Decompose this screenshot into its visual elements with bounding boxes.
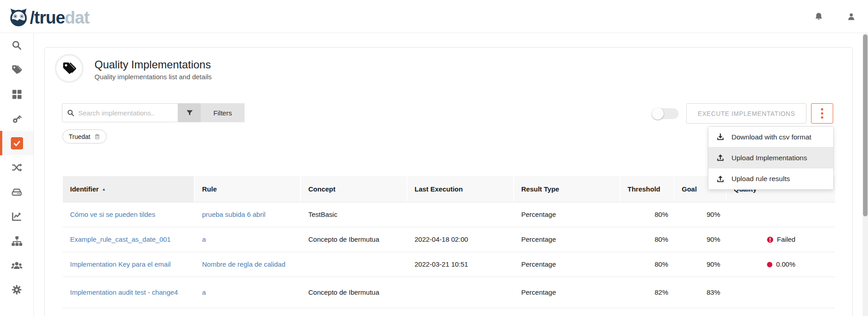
truedat-logo[interactable]: /truedat: [8, 6, 89, 29]
owl-logo-icon: [8, 6, 29, 29]
search-icon: [11, 40, 22, 51]
sidebar-item-sources[interactable]: [0, 180, 33, 204]
column-header-identifier[interactable]: Identifier ▲: [63, 176, 195, 202]
search-toolbar: Filters: [62, 103, 245, 122]
table-row: Example_rule_cast_as_date_001 a Concepto…: [63, 227, 835, 252]
threshold-cell: 80%: [620, 227, 675, 252]
quality-cell: 0.00%: [726, 252, 835, 277]
search-input[interactable]: [78, 109, 173, 117]
quality-cell: [726, 277, 835, 308]
logo-slash: /: [30, 8, 34, 27]
grid-icon: [12, 89, 22, 100]
sidebar-item-quality[interactable]: [0, 131, 33, 155]
table-row: Cómo ve si se pueden tildes prueba subid…: [63, 202, 835, 227]
page-subtitle: Quality implementations list and details: [94, 73, 212, 81]
menu-item-upload-rule-results[interactable]: Upload rule results: [708, 168, 833, 189]
result-type-cell: Percentage: [514, 227, 620, 252]
execute-implementations-button[interactable]: EXECUTE IMPLEMENTATIONS: [686, 103, 807, 124]
failed-exclamation-icon: [766, 236, 774, 244]
funnel-icon: [186, 109, 193, 117]
sidebar-item-dashboards[interactable]: [0, 204, 33, 229]
tags-badge-icon: [62, 61, 76, 76]
threshold-cell: 80%: [620, 252, 675, 277]
rule-link[interactable]: Nombre de regla de calidad: [202, 260, 285, 269]
concept-cell: Concepto de Ibermutua: [301, 227, 407, 252]
table-row: Implementation audit test - change4 a Co…: [63, 277, 835, 308]
actions-dropdown-menu: Download with csv format Upload Implemen…: [708, 126, 834, 190]
sidebar-item-search[interactable]: [0, 33, 33, 57]
sidebar-item-settings[interactable]: [0, 278, 33, 302]
logo-text: /truedat: [30, 8, 89, 28]
menu-item-download-csv[interactable]: Download with csv format: [708, 127, 833, 148]
identifier-link[interactable]: Implementation audit test - change4: [70, 288, 178, 297]
quality-red-dot-icon: [766, 261, 773, 268]
quality-check-icon: [11, 137, 23, 149]
threshold-cell: 82%: [620, 277, 675, 308]
rule-link[interactable]: prueba subida 6 abril: [202, 210, 265, 219]
goal-cell: 90%: [675, 202, 726, 227]
identifier-link[interactable]: Example_rule_cast_as_date_001: [70, 235, 171, 244]
table-row: Implementation Key para el email Nombre …: [63, 252, 835, 277]
sidebar-item-lineage[interactable]: [0, 155, 33, 180]
chip-label: Truedat: [69, 133, 90, 140]
upload-icon: [716, 175, 725, 183]
sidebar-item-modules[interactable]: [0, 82, 33, 106]
execute-toggle[interactable]: [652, 108, 679, 119]
filter-funnel-button[interactable]: [178, 103, 201, 122]
sort-asc-icon: ▲: [102, 187, 106, 192]
menu-item-label: Upload Implementations: [731, 154, 807, 162]
column-header-concept[interactable]: Concept: [301, 176, 407, 202]
quality-cell: [726, 202, 835, 227]
last-execution-cell: [407, 277, 514, 308]
sidebar-item-permissions[interactable]: [0, 106, 33, 131]
sidebar-item-tags[interactable]: [0, 57, 33, 82]
goal-cell: 90%: [675, 227, 726, 252]
notifications-bell-icon[interactable]: [813, 11, 825, 23]
rule-link[interactable]: a: [202, 235, 206, 244]
rule-link[interactable]: a: [202, 288, 206, 297]
chart-line-icon: [11, 211, 22, 222]
user-profile-icon[interactable]: [845, 11, 857, 23]
download-icon: [716, 133, 725, 141]
page-scrollbar-thumb[interactable]: [863, 34, 868, 216]
sidebar-item-structures[interactable]: [0, 229, 33, 253]
kebab-dot: [821, 108, 823, 110]
result-type-cell: Percentage: [514, 277, 620, 308]
top-bar: /truedat: [0, 0, 868, 33]
identifier-link[interactable]: Implementation Key para el email: [70, 260, 171, 269]
menu-item-label: Upload rule results: [731, 175, 790, 183]
last-execution-cell: [407, 202, 514, 227]
quality-cell: Failed: [726, 227, 835, 252]
page-badge: [55, 54, 84, 83]
quality-implementations-card: Quality Implementations Quality implemen…: [44, 47, 853, 316]
filter-chip-truedat[interactable]: Truedat: [62, 129, 107, 144]
kebab-dot: [821, 112, 823, 115]
logo-text-primary: true: [34, 8, 65, 27]
column-header-result-type[interactable]: Result Type: [514, 176, 620, 202]
sitemap-icon: [11, 235, 23, 247]
menu-item-upload-implementations[interactable]: Upload Implementations: [708, 148, 833, 168]
trash-icon[interactable]: [94, 134, 100, 140]
concept-cell: [301, 252, 407, 277]
goal-cell: 83%: [675, 277, 726, 308]
implementations-table: Identifier ▲ Rule Concept Last Execution…: [63, 176, 835, 308]
last-execution-cell: 2022-03-21 10:51: [407, 252, 514, 277]
threshold-cell: 80%: [620, 202, 675, 227]
column-header-threshold[interactable]: Threshold: [620, 176, 675, 202]
filters-button[interactable]: Filters: [201, 103, 245, 122]
sidebar-item-users[interactable]: [0, 253, 33, 278]
page-scrollbar-track: [863, 34, 868, 316]
kebab-dot: [821, 116, 823, 119]
kebab-menu-button[interactable]: [811, 103, 833, 124]
concept-cell: TestBasic: [301, 202, 407, 227]
logo-text-secondary: dat: [65, 8, 89, 27]
column-header-last-execution[interactable]: Last Execution: [407, 176, 514, 202]
column-header-rule[interactable]: Rule: [195, 176, 301, 202]
page-title: Quality Implementations: [94, 58, 211, 71]
sidebar-nav: [0, 33, 34, 316]
users-group-icon: [11, 259, 23, 271]
last-execution-cell: 2022-04-18 02:00: [407, 227, 514, 252]
result-type-cell: Percentage: [514, 202, 620, 227]
concept-cell: Concepto de Ibermutua: [301, 277, 407, 308]
identifier-link[interactable]: Cómo ve si se pueden tildes: [70, 210, 155, 219]
